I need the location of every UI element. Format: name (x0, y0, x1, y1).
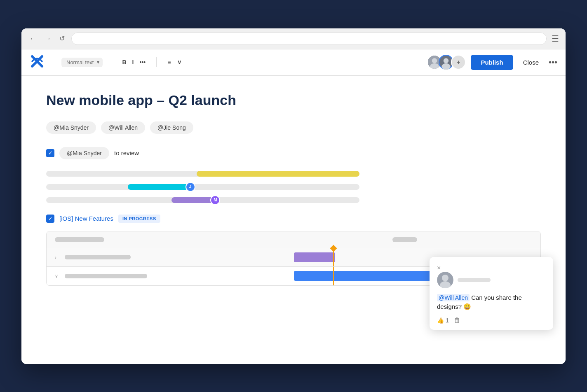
bar-purple-small (294, 252, 335, 262)
format-group: Normal text ▾ (61, 58, 103, 67)
url-bar[interactable] (71, 33, 547, 45)
format-label: Normal text (65, 59, 95, 65)
bars-section: J M (46, 169, 541, 205)
header-label-2 (392, 237, 417, 242)
timeline-marker-2 (333, 267, 334, 285)
bar-row-2: J (46, 182, 541, 191)
task-row: ✓ @Mia Snyder to review (46, 147, 541, 159)
back-button[interactable]: ← (28, 33, 38, 44)
grid-header-right (269, 231, 540, 248)
svg-point-5 (442, 63, 451, 70)
svg-point-7 (442, 275, 448, 281)
comment-close-button[interactable]: × (437, 264, 441, 272)
format-dropdown-icon[interactable]: ▾ (97, 59, 99, 65)
comment-actions: 👍 1 🗑 (437, 317, 546, 324)
bold-button[interactable]: B (120, 58, 129, 67)
page-title: New mobile app – Q2 launch (46, 92, 541, 108)
bar-row-3: M (46, 196, 541, 205)
bar-track-2: J (46, 184, 359, 190)
publish-button[interactable]: Publish (471, 55, 513, 70)
cell-text-1 (65, 255, 131, 259)
app-toolbar: Normal text ▾ B I ••• ≡ ∨ (21, 49, 566, 76)
align-dropdown-button[interactable]: ∨ (175, 58, 184, 67)
avatars-group: + (427, 55, 466, 70)
mention-tag-mia[interactable]: @Mia Snyder (46, 121, 96, 134)
cell-text-2 (65, 274, 147, 278)
main-content: New mobile app – Q2 launch @Mia Snyder @… (21, 76, 566, 364)
toolbar-divider-2 (111, 57, 111, 67)
ios-task-checkbox[interactable]: ✓ (46, 215, 54, 223)
ios-task-label[interactable]: [iOS] New Features (59, 215, 113, 222)
bar-row-1 (46, 169, 541, 178)
mention-tag-will[interactable]: @Will Allen (101, 121, 145, 134)
svg-point-1 (432, 58, 437, 63)
mentions-row: @Mia Snyder @Will Allen @Jie Song (46, 121, 541, 134)
timeline-marker-1 (333, 248, 334, 266)
expand-icon-2[interactable]: ∨ (55, 273, 61, 279)
delete-button[interactable]: 🗑 (454, 317, 460, 324)
grid-cell-left-1: › (47, 248, 269, 266)
grid-header (47, 231, 540, 248)
bar-track-1 (46, 171, 359, 177)
more-format-button[interactable]: ••• (137, 58, 148, 67)
like-icon: 👍 (437, 317, 444, 324)
comment-avatar (437, 272, 453, 288)
svg-point-4 (444, 58, 448, 63)
forward-button[interactable]: → (43, 33, 53, 44)
comment-header (437, 272, 546, 288)
toolbar-right: + Publish Close ••• (427, 55, 557, 70)
task-mention[interactable]: @Mia Snyder (59, 147, 109, 159)
comment-popup: × @Will Allen Can you share the designs?… (430, 257, 553, 330)
like-count: 1 (446, 317, 449, 324)
toolbar-divider-3 (156, 57, 157, 67)
commenter-name (458, 278, 491, 282)
status-badge: IN PROGRESS (118, 215, 160, 223)
like-button[interactable]: 👍 1 (437, 317, 449, 324)
svg-point-2 (430, 63, 439, 70)
avatar-j-indicator: J (185, 182, 195, 192)
browser-chrome: ← → ↺ ☰ (21, 28, 566, 49)
mention-tag-jie[interactable]: @Jie Song (150, 121, 193, 134)
browser-window: ← → ↺ ☰ Normal text ▾ B I ••• ≡ ∨ (21, 28, 566, 364)
bar-fill-cyan (128, 184, 190, 190)
avatar-m-indicator: M (210, 195, 220, 205)
toolbar-divider-1 (53, 57, 53, 67)
close-button[interactable]: Close (518, 56, 544, 69)
comment-body: @Will Allen Can you share the designs? 😀 (437, 293, 546, 312)
comment-mention[interactable]: @Will Allen (437, 294, 470, 301)
more-options-button[interactable]: ••• (549, 58, 557, 67)
header-label-1 (55, 237, 104, 242)
browser-menu-button[interactable]: ☰ (552, 35, 559, 43)
bar-fill-purple (171, 197, 215, 203)
align-group: ≡ ∨ (165, 58, 184, 67)
expand-icon-1[interactable]: › (55, 255, 61, 260)
task-checkbox[interactable]: ✓ (46, 149, 54, 157)
grid-header-left (47, 231, 269, 248)
task-text: to review (114, 149, 139, 156)
align-button[interactable]: ≡ (165, 58, 173, 67)
reload-button[interactable]: ↺ (58, 33, 66, 44)
logo[interactable] (30, 54, 45, 70)
task-item-row: ✓ [iOS] New Features IN PROGRESS (46, 215, 541, 223)
bar-fill-yellow (197, 171, 359, 177)
bar-track-3: M (46, 197, 359, 203)
text-format-group: B I ••• (120, 58, 148, 67)
avatar-add-button[interactable]: + (451, 55, 466, 70)
grid-cell-left-2: ∨ (47, 267, 269, 285)
italic-button[interactable]: I (130, 58, 136, 67)
